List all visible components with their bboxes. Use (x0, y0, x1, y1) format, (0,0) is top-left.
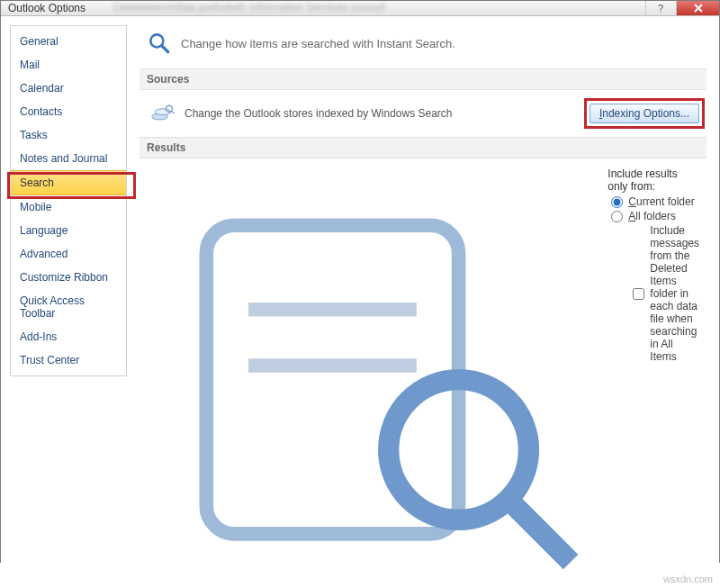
stores-icon (150, 101, 176, 126)
svg-line-6 (172, 111, 175, 113)
nav-wrap: General Mail Calendar Contacts Tasks Not… (10, 25, 127, 588)
nav-addins[interactable]: Add-Ins (11, 325, 126, 348)
nav-mail[interactable]: Mail (11, 53, 126, 77)
group-results-header: Results (140, 137, 706, 158)
results-icon (150, 169, 598, 588)
sources-text: Change the Outlook stores indexed by Win… (184, 107, 580, 120)
options-dialog: Outlook Options Owwwwwnnnfiaa jowfodwth … (0, 0, 720, 563)
help-button[interactable]: ? (645, 1, 676, 15)
nav-notes[interactable]: Notes and Journal (11, 147, 126, 170)
search-icon (147, 31, 172, 56)
nav-quick-access[interactable]: Quick Access Toolbar (11, 289, 126, 325)
nav-calendar[interactable]: Calendar (11, 77, 126, 100)
nav-trust-center[interactable]: Trust Center (11, 348, 126, 372)
watermark: wsxdn.com (663, 574, 713, 584)
results-body: Include results only from: Current folde… (140, 167, 706, 588)
results-lead-text: Include results only from: (608, 167, 699, 193)
nav-language[interactable]: Language (11, 219, 126, 242)
radio-current-folder-input[interactable] (611, 196, 623, 208)
nav-tasks[interactable]: Tasks (11, 123, 126, 147)
indexing-options-button[interactable]: Indexing Options... (590, 104, 699, 123)
nav-mobile[interactable]: Mobile (11, 195, 126, 219)
nav-contacts[interactable]: Contacts (11, 100, 126, 123)
svg-line-11 (515, 506, 571, 562)
radio-current-folder[interactable]: Current folder (611, 194, 699, 209)
radio-all-folders-input[interactable] (611, 211, 623, 222)
window-title: Outlook Options (1, 2, 86, 14)
sources-row: Change the Outlook stores indexed by Win… (140, 99, 706, 137)
titlebar-blur-text: Owwwwwnnnfiaa jowfodwth Information Serv… (112, 1, 618, 15)
nav-customize-ribbon[interactable]: Customize Ribbon (11, 266, 126, 289)
nav-advanced[interactable]: Advanced (11, 242, 126, 266)
radio-all-folders[interactable]: All folders (611, 209, 699, 223)
close-button[interactable] (676, 1, 719, 15)
titlebar: Outlook Options Owwwwwnnnfiaa jowfodwth … (1, 1, 719, 16)
content-pane: Change how items are searched with Insta… (140, 25, 710, 588)
dialog-body: General Mail Calendar Contacts Tasks Not… (1, 16, 719, 588)
group-sources-header: Sources (140, 68, 706, 90)
results-lead-row: Include results only from: Current folde… (150, 167, 699, 588)
check-include-deleted[interactable]: Include messages from the Deleted Items … (633, 223, 699, 364)
hero: Change how items are searched with Insta… (140, 25, 706, 68)
svg-line-2 (162, 46, 168, 52)
check-include-deleted-input[interactable] (633, 288, 644, 300)
nav-search[interactable]: Search (11, 170, 126, 195)
titlebar-buttons: ? (645, 1, 719, 15)
hero-text: Change how items are searched with Insta… (181, 37, 455, 50)
help-icon: ? (656, 3, 667, 14)
close-icon (693, 3, 704, 14)
category-nav: General Mail Calendar Contacts Tasks Not… (10, 25, 127, 376)
svg-text:?: ? (658, 3, 663, 14)
nav-general[interactable]: General (11, 30, 126, 53)
